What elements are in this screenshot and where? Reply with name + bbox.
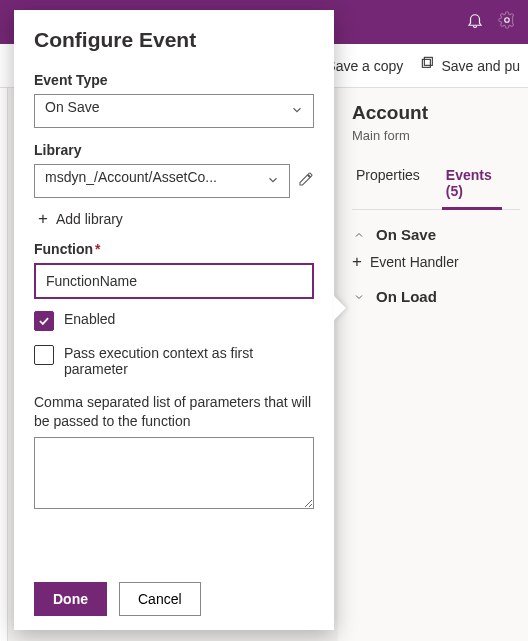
svg-rect-1 bbox=[423, 59, 431, 67]
save-publish-label: Save and pu bbox=[441, 58, 520, 74]
plus-icon: + bbox=[38, 210, 48, 227]
library-select[interactable]: msdyn_/Account/AssetCo... bbox=[34, 164, 290, 198]
section-on-load[interactable]: On Load bbox=[352, 288, 520, 305]
canvas-edge bbox=[0, 88, 8, 641]
event-handler-label: Event Handler bbox=[370, 254, 459, 270]
cancel-button[interactable]: Cancel bbox=[119, 582, 201, 616]
pane-tabs: Properties Events (5) bbox=[352, 161, 520, 210]
gear-icon[interactable] bbox=[498, 11, 516, 33]
edit-library-icon[interactable] bbox=[298, 171, 314, 191]
chevron-up-icon bbox=[352, 229, 366, 241]
configure-event-popover: Configure Event Event Type On Save Libra… bbox=[14, 10, 334, 630]
plus-icon: + bbox=[352, 253, 362, 270]
add-library-button[interactable]: + Add library bbox=[38, 210, 314, 227]
required-asterisk: * bbox=[95, 241, 100, 257]
save-and-publish-button[interactable]: Save and pu bbox=[419, 56, 520, 75]
popover-title: Configure Event bbox=[34, 28, 314, 52]
event-type-label: Event Type bbox=[34, 72, 314, 88]
library-label: Library bbox=[34, 142, 314, 158]
section-on-load-label: On Load bbox=[376, 288, 437, 305]
chevron-down-icon bbox=[352, 291, 366, 303]
form-subtitle: Main form bbox=[352, 128, 520, 143]
library-value: msdyn_/Account/AssetCo... bbox=[45, 169, 217, 185]
properties-pane: Account Main form Properties Events (5) … bbox=[338, 88, 528, 641]
tab-properties[interactable]: Properties bbox=[352, 161, 424, 209]
parameters-textarea[interactable] bbox=[34, 437, 314, 509]
function-label: Function* bbox=[34, 241, 314, 257]
section-on-save[interactable]: On Save bbox=[352, 226, 520, 243]
function-input[interactable] bbox=[34, 263, 314, 299]
enabled-label: Enabled bbox=[64, 311, 115, 327]
svg-rect-2 bbox=[425, 57, 433, 65]
save-a-copy-button[interactable]: Save a copy bbox=[326, 58, 403, 74]
event-type-value: On Save bbox=[45, 99, 99, 115]
tab-events[interactable]: Events (5) bbox=[442, 161, 502, 210]
event-type-select[interactable]: On Save bbox=[34, 94, 314, 128]
add-library-label: Add library bbox=[56, 211, 123, 227]
function-label-text: Function bbox=[34, 241, 93, 257]
pass-execution-context-label: Pass execution context as first paramete… bbox=[64, 345, 314, 377]
pass-execution-context-checkbox[interactable] bbox=[34, 345, 54, 365]
add-event-handler-button[interactable]: + Event Handler bbox=[352, 253, 520, 270]
parameters-description: Comma separated list of parameters that … bbox=[34, 393, 314, 431]
enabled-checkbox[interactable] bbox=[34, 311, 54, 331]
done-button[interactable]: Done bbox=[34, 582, 107, 616]
entity-title: Account bbox=[352, 102, 520, 124]
section-on-save-label: On Save bbox=[376, 226, 436, 243]
popover-arrow bbox=[334, 296, 346, 320]
svg-point-0 bbox=[505, 18, 510, 23]
save-publish-icon bbox=[419, 56, 435, 75]
save-copy-label: Save a copy bbox=[326, 58, 403, 74]
bell-icon[interactable] bbox=[466, 11, 484, 33]
